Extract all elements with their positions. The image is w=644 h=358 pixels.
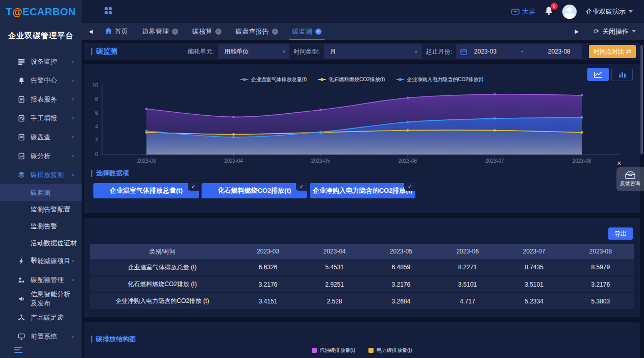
tab-3[interactable]: 碳监测✕ <box>285 23 329 40</box>
sidebar-collapse-icon[interactable] <box>14 347 22 353</box>
table-row[interactable]: 企业净购入电力隐含的CO2排放 (t)3.41512.5283.26844.71… <box>90 293 634 310</box>
sidebar-subitem-3[interactable]: 活动数据佐证材料 <box>0 235 82 251</box>
section-title-label: 碳监测 <box>96 47 117 56</box>
value-cell: 3.2684 <box>368 293 434 310</box>
range-separator: - <box>504 48 540 55</box>
tabs-scroll-right-icon[interactable]: ▶ <box>575 29 579 34</box>
tab-close-icon[interactable]: ✕ <box>215 29 221 35</box>
structure-legend-label: 电力碳排放量(t) <box>377 347 412 354</box>
chart-panel: 企业温室气体排放总量(t)化石燃料燃烧CO2排放(t)企业净购入电力隐含的CO2… <box>84 64 640 213</box>
time-compare-button[interactable]: 时间点对比 ⇄ <box>589 45 636 58</box>
table-row[interactable]: 化石燃料燃烧CO2排放 (t)3.21762.92513.21763.51013… <box>90 276 634 293</box>
tabs-scroll-left-icon[interactable]: ◀ <box>82 29 98 34</box>
tab-home[interactable]: 首页 <box>98 23 135 40</box>
big-screen-button[interactable]: 大屏 <box>511 7 535 16</box>
data-select-button-0[interactable]: 企业温室气体排放总量(t)✓ <box>93 183 199 198</box>
emissions-table: 类别/时间2023-032023-042023-052023-062023-07… <box>90 244 634 310</box>
month-range-picker[interactable]: 2023-03 - 2023-08 <box>456 44 582 59</box>
sidebar-submenu: 碳监测监测告警配置监测告警活动数据佐证材料 <box>0 184 82 251</box>
feedback-label: 反馈咨询 <box>620 180 640 187</box>
row-label-cell: 企业净购入电力隐含的CO2排放 (t) <box>90 293 235 310</box>
sidebar-item-4[interactable]: 碳盘查∨ <box>0 127 82 146</box>
brand-logo: T@ECARBON <box>0 6 82 18</box>
scrollbar-thumb[interactable] <box>640 45 643 155</box>
svg-text:2023-03: 2023-03 <box>137 158 156 164</box>
data-select-button-label: 企业净购入电力隐含的CO2排放(t) <box>313 187 413 194</box>
refresh-icon[interactable]: ⟳ <box>593 28 599 35</box>
avatar[interactable] <box>562 5 577 19</box>
table-header-cell: 2023-03 <box>235 244 301 259</box>
tabbar-right: ▶ ⟳ 关闭操作 <box>575 27 644 36</box>
structure-legend-item-1[interactable]: 电力碳排放量(t) <box>368 347 412 354</box>
sidebar-item-label: 产品碳足迹 <box>31 313 64 322</box>
account-name: 企业双碳演示 <box>586 7 626 16</box>
monitor-icon <box>511 9 519 15</box>
value-cell: 2.9251 <box>301 276 367 293</box>
calendar-icon <box>460 48 467 55</box>
sidebar-item-label: 告警中心 <box>31 76 57 85</box>
sidebar-item-6[interactable]: 碳排放监测∧ <box>0 165 82 184</box>
tab-close-icon[interactable]: ✕ <box>172 29 178 35</box>
quota-icon <box>17 276 26 284</box>
value-cell: 3.4151 <box>235 293 301 310</box>
tab-2[interactable]: 碳盘查报告✕ <box>229 23 285 40</box>
app-window: T@ECARBON 企业双碳管理平台 设备监控∨告警中心∨报表服务∨手工填报∨碳… <box>0 0 644 358</box>
sidebar-item-1[interactable]: 告警中心∨ <box>0 71 82 90</box>
sidebar-item-3[interactable]: 手工填报∨ <box>0 109 82 127</box>
structure-legend: 汽油碳排放量(t)电力碳排放量(t) <box>84 347 640 354</box>
time-type-select[interactable]: 月 ∨ <box>324 44 422 59</box>
close-operations-label: 关闭操作 <box>602 27 629 36</box>
table-header-cell: 类别/时间 <box>90 244 235 259</box>
system-icon <box>17 333 26 341</box>
value-cell: 8.7435 <box>501 259 567 276</box>
sidebar-item-8[interactable]: 碳配额管理∨ <box>0 270 82 289</box>
sidebar-item-0[interactable]: 设备监控∨ <box>0 52 82 71</box>
row-label-cell: 企业温室气体排放总量 (t) <box>90 259 235 276</box>
feedback-widget[interactable]: 反馈咨询 <box>616 167 644 191</box>
energy-unit-select[interactable]: 用能单位 ∨ <box>218 44 289 59</box>
sidebar-subitem-1[interactable]: 监测告警配置 <box>0 201 82 218</box>
tab-1[interactable]: 碳核算✕ <box>185 23 229 40</box>
notifications-bell-icon[interactable]: 8 <box>544 6 553 17</box>
sidebar-item-9[interactable]: 信息智能分析及发布 <box>0 289 82 308</box>
tab-close-icon[interactable]: ✕ <box>315 29 321 35</box>
check-icon: ✓ <box>404 183 415 191</box>
sidebar-item-10[interactable]: 产品碳足迹 <box>0 308 82 327</box>
chevron-down-icon: ∨ <box>71 154 75 158</box>
export-button[interactable]: 导出 <box>608 227 633 240</box>
sidebar-item-2[interactable]: 报表服务∨ <box>0 90 82 109</box>
sidebar: T@ECARBON 企业双碳管理平台 设备监控∨告警中心∨报表服务∨手工填报∨碳… <box>0 0 82 358</box>
range-start-value: 2023-03 <box>467 48 504 55</box>
table-header-cell: 2023-06 <box>434 244 501 259</box>
chevron-down-icon: ∨ <box>71 97 75 101</box>
svg-text:4: 4 <box>95 124 98 130</box>
sidebar-subitem-2[interactable]: 监测告警 <box>0 218 82 235</box>
table-row[interactable]: 企业温室气体排放总量 (t)6.63265.45316.48598.22718.… <box>90 259 634 276</box>
data-select-button-label: 企业温室气体排放总量(t) <box>110 187 183 194</box>
check-icon: ✓ <box>296 183 307 191</box>
data-select-button-2[interactable]: 企业净购入电力隐含的CO2排放(t)✓ <box>310 183 415 198</box>
structure-legend-item-0[interactable]: 汽油碳排放量(t) <box>312 347 355 354</box>
apps-grid-icon[interactable] <box>104 7 112 17</box>
data-select-button-1[interactable]: 化石燃料燃烧CO2排放(t)✓ <box>202 183 307 198</box>
sidebar-menu: 设备监控∨告警中心∨报表服务∨手工填报∨碳盘查∨碳分析∨碳排放监测∧碳监测监测告… <box>0 52 82 346</box>
sidebar-item-label: 信息智能分析及发布 <box>31 290 75 308</box>
tab-close-icon[interactable]: ✕ <box>272 29 278 35</box>
account-menu[interactable]: 企业双碳演示 <box>586 7 633 16</box>
big-screen-label: 大屏 <box>522 7 535 16</box>
sidebar-item-5[interactable]: 碳分析∨ <box>0 146 82 165</box>
legend-square <box>368 348 374 353</box>
row-label-cell: 化石燃料燃烧CO2排放 (t) <box>90 276 235 293</box>
sidebar-item-7[interactable]: 节能减碳项目∨ <box>0 251 82 270</box>
swap-icon: ⇄ <box>626 48 631 55</box>
value-cell: 8.5979 <box>567 259 634 276</box>
close-operations-menu[interactable]: ⟳ 关闭操作 <box>586 27 636 36</box>
sidebar-item-11[interactable]: 前置系统∨ <box>0 327 82 346</box>
tab-0[interactable]: 边界管理✕ <box>135 23 185 40</box>
value-cell: 3.2176 <box>567 276 634 293</box>
table-header-cell: 2023-08 <box>567 244 634 259</box>
sidebar-item-label: 报表服务 <box>31 95 57 104</box>
sidebar-subitem-0[interactable]: 碳监测 <box>0 184 82 201</box>
feedback-close-icon[interactable]: ✕ <box>617 160 622 167</box>
chevron-down-icon <box>632 30 636 33</box>
